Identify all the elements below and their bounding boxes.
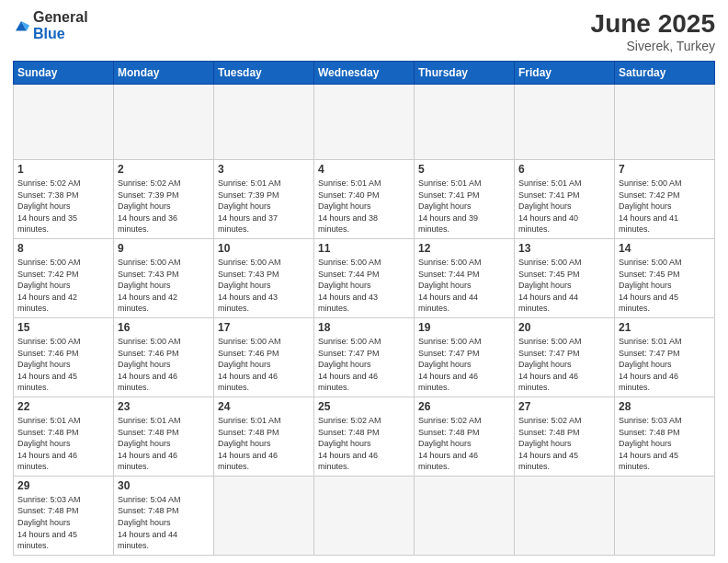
- day-cell: [515, 85, 615, 160]
- day-info: Sunrise: 5:02 AMSunset: 7:48 PMDaylight …: [418, 415, 510, 473]
- day-info: Sunrise: 5:00 AMSunset: 7:44 PMDaylight …: [318, 257, 410, 315]
- page: General Blue June 2025 Siverek, Turkey S…: [0, 0, 728, 563]
- day-cell: 3Sunrise: 5:01 AMSunset: 7:39 PMDaylight…: [214, 160, 314, 239]
- day-info: Sunrise: 5:00 AMSunset: 7:43 PMDaylight …: [118, 257, 210, 315]
- day-info: Sunrise: 5:01 AMSunset: 7:41 PMDaylight …: [418, 178, 510, 236]
- day-number: 19: [418, 321, 510, 334]
- day-cell: 4Sunrise: 5:01 AMSunset: 7:40 PMDaylight…: [314, 160, 415, 239]
- day-info: Sunrise: 5:00 AMSunset: 7:43 PMDaylight …: [218, 257, 310, 315]
- day-number: 6: [518, 163, 610, 176]
- day-cell: 7Sunrise: 5:00 AMSunset: 7:42 PMDaylight…: [615, 160, 715, 239]
- day-number: 9: [118, 242, 210, 255]
- day-number: 16: [118, 321, 210, 334]
- day-cell: [14, 85, 114, 160]
- day-info: Sunrise: 5:00 AMSunset: 7:42 PMDaylight …: [17, 257, 109, 315]
- logo-text: General Blue: [33, 9, 88, 41]
- title-block: June 2025 Siverek, Turkey: [591, 9, 715, 53]
- day-number: 15: [17, 321, 109, 334]
- day-info: Sunrise: 5:00 AMSunset: 7:46 PMDaylight …: [218, 336, 310, 394]
- day-cell: [214, 85, 314, 160]
- day-number: 17: [218, 321, 310, 334]
- day-info: Sunrise: 5:00 AMSunset: 7:46 PMDaylight …: [118, 336, 210, 394]
- day-number: 30: [118, 479, 210, 492]
- day-number: 7: [619, 163, 711, 176]
- calendar: SundayMondayTuesdayWednesdayThursdayFrid…: [13, 61, 715, 556]
- day-number: 21: [619, 321, 711, 334]
- day-cell: 11Sunrise: 5:00 AMSunset: 7:44 PMDayligh…: [314, 238, 415, 317]
- day-info: Sunrise: 5:01 AMSunset: 7:40 PMDaylight …: [318, 178, 410, 236]
- day-cell: 29Sunrise: 5:03 AMSunset: 7:48 PMDayligh…: [14, 476, 114, 555]
- day-number: 5: [418, 163, 510, 176]
- header: General Blue June 2025 Siverek, Turkey: [13, 9, 715, 53]
- day-cell: 26Sunrise: 5:02 AMSunset: 7:48 PMDayligh…: [415, 396, 515, 476]
- day-cell: 30Sunrise: 5:04 AMSunset: 7:48 PMDayligh…: [114, 476, 214, 555]
- day-info: Sunrise: 5:00 AMSunset: 7:46 PMDaylight …: [17, 336, 109, 394]
- day-cell: 2Sunrise: 5:02 AMSunset: 7:39 PMDaylight…: [114, 160, 214, 239]
- day-cell: 20Sunrise: 5:00 AMSunset: 7:47 PMDayligh…: [515, 317, 615, 396]
- day-cell: 17Sunrise: 5:00 AMSunset: 7:46 PMDayligh…: [214, 317, 314, 396]
- day-cell: [214, 476, 314, 555]
- day-cell: [615, 476, 715, 555]
- calendar-header-row: SundayMondayTuesdayWednesdayThursdayFrid…: [14, 62, 715, 85]
- day-cell: 24Sunrise: 5:01 AMSunset: 7:48 PMDayligh…: [214, 396, 314, 476]
- day-cell: 6Sunrise: 5:01 AMSunset: 7:41 PMDaylight…: [515, 160, 615, 239]
- day-number: 1: [17, 163, 109, 176]
- day-cell: 23Sunrise: 5:01 AMSunset: 7:48 PMDayligh…: [114, 396, 214, 476]
- day-number: 14: [619, 242, 711, 255]
- day-info: Sunrise: 5:01 AMSunset: 7:48 PMDaylight …: [218, 415, 310, 473]
- day-number: 24: [218, 400, 310, 413]
- day-info: Sunrise: 5:01 AMSunset: 7:48 PMDaylight …: [118, 415, 210, 473]
- day-cell: [114, 85, 214, 160]
- day-cell: 12Sunrise: 5:00 AMSunset: 7:44 PMDayligh…: [415, 238, 515, 317]
- day-cell: 16Sunrise: 5:00 AMSunset: 7:46 PMDayligh…: [114, 317, 214, 396]
- day-info: Sunrise: 5:00 AMSunset: 7:45 PMDaylight …: [619, 257, 711, 315]
- day-number: 13: [518, 242, 610, 255]
- day-cell: 21Sunrise: 5:01 AMSunset: 7:47 PMDayligh…: [615, 317, 715, 396]
- day-cell: 22Sunrise: 5:01 AMSunset: 7:48 PMDayligh…: [14, 396, 114, 476]
- day-cell: 18Sunrise: 5:00 AMSunset: 7:47 PMDayligh…: [314, 317, 415, 396]
- week-row-5: 29Sunrise: 5:03 AMSunset: 7:48 PMDayligh…: [14, 476, 715, 555]
- day-number: 20: [518, 321, 610, 334]
- day-info: Sunrise: 5:02 AMSunset: 7:39 PMDaylight …: [118, 178, 210, 236]
- day-number: 25: [318, 400, 410, 413]
- day-cell: [615, 85, 715, 160]
- day-number: 23: [118, 400, 210, 413]
- week-row-1: 1Sunrise: 5:02 AMSunset: 7:38 PMDaylight…: [14, 160, 715, 239]
- day-cell: [314, 85, 415, 160]
- day-cell: 9Sunrise: 5:00 AMSunset: 7:43 PMDaylight…: [114, 238, 214, 317]
- day-info: Sunrise: 5:00 AMSunset: 7:44 PMDaylight …: [418, 257, 510, 315]
- day-cell: 13Sunrise: 5:00 AMSunset: 7:45 PMDayligh…: [515, 238, 615, 317]
- day-number: 26: [418, 400, 510, 413]
- day-info: Sunrise: 5:01 AMSunset: 7:41 PMDaylight …: [518, 178, 610, 236]
- day-number: 27: [518, 400, 610, 413]
- day-info: Sunrise: 5:00 AMSunset: 7:42 PMDaylight …: [619, 178, 711, 236]
- day-number: 4: [318, 163, 410, 176]
- day-number: 12: [418, 242, 510, 255]
- day-info: Sunrise: 5:04 AMSunset: 7:48 PMDaylight …: [118, 494, 210, 552]
- day-cell: 5Sunrise: 5:01 AMSunset: 7:41 PMDaylight…: [415, 160, 515, 239]
- day-cell: [415, 85, 515, 160]
- col-header-wednesday: Wednesday: [314, 62, 415, 85]
- day-cell: [415, 476, 515, 555]
- day-number: 22: [17, 400, 109, 413]
- day-info: Sunrise: 5:00 AMSunset: 7:47 PMDaylight …: [518, 336, 610, 394]
- location: Siverek, Turkey: [591, 39, 715, 53]
- day-number: 28: [619, 400, 711, 413]
- day-info: Sunrise: 5:02 AMSunset: 7:48 PMDaylight …: [518, 415, 610, 473]
- day-info: Sunrise: 5:00 AMSunset: 7:47 PMDaylight …: [318, 336, 410, 394]
- day-info: Sunrise: 5:03 AMSunset: 7:48 PMDaylight …: [17, 494, 109, 552]
- day-info: Sunrise: 5:02 AMSunset: 7:38 PMDaylight …: [17, 178, 109, 236]
- day-cell: [515, 476, 615, 555]
- week-row-0: [14, 85, 715, 160]
- day-number: 8: [17, 242, 109, 255]
- week-row-3: 15Sunrise: 5:00 AMSunset: 7:46 PMDayligh…: [14, 317, 715, 396]
- day-cell: 27Sunrise: 5:02 AMSunset: 7:48 PMDayligh…: [515, 396, 615, 476]
- day-cell: 19Sunrise: 5:00 AMSunset: 7:47 PMDayligh…: [415, 317, 515, 396]
- week-row-4: 22Sunrise: 5:01 AMSunset: 7:48 PMDayligh…: [14, 396, 715, 476]
- day-cell: 14Sunrise: 5:00 AMSunset: 7:45 PMDayligh…: [615, 238, 715, 317]
- logo: General Blue: [13, 9, 88, 41]
- month-title: June 2025: [591, 9, 715, 39]
- logo-general: General: [33, 9, 88, 26]
- day-number: 18: [318, 321, 410, 334]
- day-info: Sunrise: 5:00 AMSunset: 7:45 PMDaylight …: [518, 257, 610, 315]
